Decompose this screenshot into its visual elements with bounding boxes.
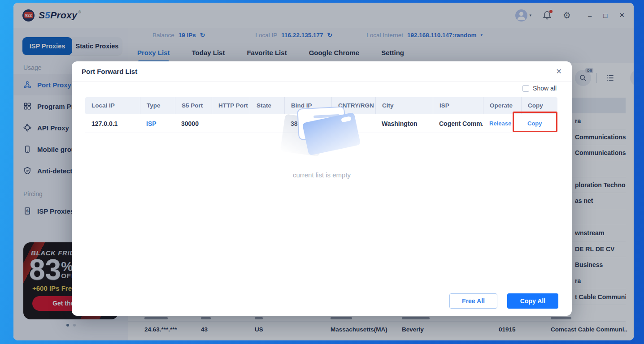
ad-discount-number: 83: [29, 257, 61, 283]
registered-mark: ®: [78, 10, 81, 14]
history-button[interactable]: Off: [630, 70, 634, 86]
window-maximize-button[interactable]: □: [603, 12, 607, 19]
table-cell: Massachusetts(MA): [331, 322, 387, 338]
show-all-control: Show all: [522, 85, 557, 92]
api-icon: [23, 124, 31, 132]
list-icon: [606, 73, 615, 82]
modal-actions: Free All Copy All: [449, 293, 558, 309]
phone-icon: [23, 145, 31, 153]
modal-title: Port Forward List: [82, 68, 137, 75]
off-badge: Off: [585, 68, 593, 73]
cell-state: [250, 114, 284, 133]
release-link[interactable]: Release: [483, 114, 521, 133]
search-filter-button[interactable]: Off: [575, 70, 591, 86]
network-icon: [23, 81, 31, 89]
refresh-balance-icon[interactable]: ↻: [200, 31, 205, 39]
chevron-down-icon: ▾: [530, 13, 532, 17]
settings-gear-icon[interactable]: ⚙: [563, 11, 571, 20]
ad-carousel-dots: [13, 324, 128, 327]
window-close-button[interactable]: ✕: [619, 11, 625, 19]
tab[interactable]: Proxy List: [137, 42, 170, 63]
close-icon[interactable]: ✕: [556, 67, 562, 76]
app-window: 922 S5Proxy® ▾ ⚙ – □ ✕ ISP Proxies: [13, 3, 634, 340]
balance-value: 19 IPs: [178, 32, 196, 39]
table-cell: Comcast Cable Communi..: [551, 322, 631, 338]
notifications-button[interactable]: [542, 10, 552, 20]
tab[interactable]: Today List: [192, 42, 225, 63]
avatar-icon[interactable]: [515, 9, 527, 22]
table-cell: US: [255, 322, 263, 338]
account-infobar: Balance 19 IPs ↻ Local IP 116.22.135.177…: [128, 28, 634, 42]
table-row[interactable]: 24.63.***.***43USMassachusetts(MA)Beverl…: [128, 321, 626, 337]
column-header: State: [250, 97, 284, 114]
tab[interactable]: Favorite List: [247, 42, 287, 63]
local-ip-value: 116.22.135.177: [281, 32, 323, 39]
show-all-label: Show all: [533, 85, 557, 92]
balance-label: Balance: [152, 32, 174, 39]
svg-text:$: $: [26, 209, 29, 213]
brand-name: S5Proxy®: [39, 10, 81, 21]
tab[interactable]: Google Chrome: [309, 42, 360, 63]
sidebar-item-label: API Proxy: [37, 124, 69, 132]
sidebar-item-label: ISP Proxies: [37, 207, 74, 215]
cell-http-port: [212, 114, 250, 133]
column-header: Type: [140, 97, 175, 114]
toolbar-divider: [596, 73, 597, 83]
list-view-button[interactable]: [602, 70, 618, 86]
port-forward-modal: Port Forward List ✕ Show all Local IPTyp…: [72, 61, 572, 316]
cell-type: ISP: [140, 114, 175, 133]
local-internet-value: 192.168.110.147:random: [407, 32, 477, 39]
copy-link[interactable]: Copy: [521, 114, 557, 133]
carousel-dot[interactable]: [66, 324, 69, 327]
local-internet-label: Local Internet: [366, 32, 403, 39]
search-icon: [579, 74, 587, 82]
column-header: ISP: [433, 97, 483, 114]
local-ip-label: Local IP: [256, 32, 278, 39]
window-minimize-button[interactable]: –: [588, 12, 592, 19]
cell-s5-port: 30000: [175, 114, 212, 133]
column-header: Local IP: [85, 97, 140, 114]
brand-logo-icon: 922: [22, 9, 35, 22]
table-cell: Beverly: [402, 322, 424, 338]
proxy-type-toggle: ISP Proxies Static Proxies: [22, 37, 122, 55]
table-cell: 24.63.***.***: [144, 322, 177, 338]
empty-state-illustration: [282, 108, 362, 158]
modal-header: Port Forward List ✕: [72, 61, 572, 82]
table-cell: 01915: [499, 322, 516, 338]
column-header: S5 Port: [175, 97, 212, 114]
tab[interactable]: Setting: [381, 42, 404, 63]
sidebar-item-label: Port Proxy: [37, 81, 71, 89]
refresh-local-ip-icon[interactable]: ↻: [327, 31, 332, 39]
table-toolbar: Off Off: [575, 70, 634, 86]
isp-proxies-toggle[interactable]: ISP Proxies: [22, 37, 72, 55]
table-cell: 43: [201, 322, 208, 338]
grid-icon: [23, 102, 31, 110]
logo-badge-text: 922: [24, 12, 33, 18]
show-all-checkbox[interactable]: [522, 85, 529, 92]
static-proxies-toggle[interactable]: Static Proxies: [72, 37, 122, 55]
price-tag-icon: $: [23, 207, 31, 215]
column-header: Operate: [483, 97, 521, 114]
main-tabs: Proxy ListToday ListFavorite ListGoogle …: [128, 42, 634, 63]
titlebar: 922 S5Proxy® ▾ ⚙ – □ ✕: [13, 3, 634, 28]
cell-city: Washington: [375, 114, 433, 133]
cell-isp: Cogent Comm...: [433, 114, 483, 133]
free-all-button[interactable]: Free All: [449, 293, 497, 309]
local-internet-dropdown[interactable]: ▾: [481, 33, 483, 37]
column-header: HTTP Port: [212, 97, 250, 114]
shield-icon: [23, 167, 31, 175]
cell-local-ip: 127.0.0.1: [85, 114, 140, 133]
carousel-dot[interactable]: [73, 324, 76, 327]
column-header: City: [375, 97, 433, 114]
account-menu[interactable]: ▾: [515, 9, 532, 22]
copy-all-button[interactable]: Copy All: [507, 293, 558, 309]
column-header: Copy: [521, 97, 557, 114]
empty-state-text: current list is empty: [72, 171, 572, 179]
